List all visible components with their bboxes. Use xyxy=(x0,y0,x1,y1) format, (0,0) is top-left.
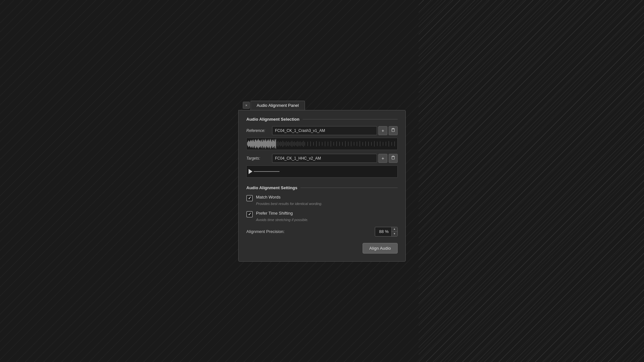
svg-rect-95 xyxy=(348,142,348,146)
svg-rect-91 xyxy=(336,141,337,146)
svg-rect-7 xyxy=(248,141,248,146)
svg-rect-43 xyxy=(269,139,269,148)
svg-rect-54 xyxy=(275,140,275,148)
targets-add-button[interactable]: + xyxy=(378,154,387,163)
svg-rect-21 xyxy=(256,140,256,147)
prefer-time-shifting-desc: Avoids time stretching if possible. xyxy=(256,218,308,222)
svg-rect-47 xyxy=(271,140,271,147)
plus-icon: + xyxy=(382,156,384,161)
svg-rect-14 xyxy=(252,141,252,146)
svg-rect-90 xyxy=(334,142,334,145)
svg-rect-69 xyxy=(292,141,292,147)
target-waveform xyxy=(246,165,398,178)
svg-rect-35 xyxy=(264,141,264,146)
svg-rect-88 xyxy=(328,142,328,146)
svg-rect-81 xyxy=(308,142,308,146)
svg-rect-61 xyxy=(283,141,283,147)
svg-rect-73 xyxy=(297,142,297,146)
match-words-checkbox[interactable] xyxy=(246,195,253,201)
targets-row: Targets: + xyxy=(246,154,398,163)
reference-row: Reference: + xyxy=(246,126,398,135)
trash-icon xyxy=(391,128,395,133)
svg-rect-83 xyxy=(313,142,314,145)
reference-input[interactable] xyxy=(272,126,377,135)
svg-rect-34 xyxy=(263,140,264,147)
svg-rect-102 xyxy=(368,142,369,146)
svg-rect-99 xyxy=(360,141,360,146)
svg-rect-31 xyxy=(262,140,262,147)
targets-input[interactable] xyxy=(272,154,377,163)
svg-rect-104 xyxy=(374,141,374,146)
svg-rect-24 xyxy=(258,140,258,147)
svg-rect-96 xyxy=(351,141,351,146)
svg-rect-0 xyxy=(392,129,394,132)
svg-rect-11 xyxy=(250,141,251,147)
target-waveform-line xyxy=(254,171,279,172)
svg-rect-8 xyxy=(248,140,249,147)
svg-rect-17 xyxy=(254,141,254,147)
svg-rect-65 xyxy=(287,142,288,145)
svg-rect-60 xyxy=(281,142,282,145)
trash-icon xyxy=(391,155,395,161)
selection-section-heading: Audio Alignment Selection xyxy=(246,117,398,122)
svg-rect-94 xyxy=(345,141,346,146)
svg-rect-63 xyxy=(285,142,285,145)
svg-rect-38 xyxy=(266,140,266,147)
svg-rect-6 xyxy=(247,142,248,145)
svg-rect-77 xyxy=(301,142,301,145)
svg-rect-107 xyxy=(383,142,383,145)
align-audio-button[interactable]: Align Audio xyxy=(363,243,398,254)
svg-rect-57 xyxy=(278,141,278,146)
svg-rect-44 xyxy=(269,141,270,146)
svg-rect-13 xyxy=(251,140,251,147)
settings-heading-text: Audio Alignment Settings xyxy=(246,185,297,190)
svg-rect-87 xyxy=(325,141,325,146)
plus-icon: + xyxy=(382,128,384,133)
svg-rect-22 xyxy=(257,141,257,146)
svg-rect-110 xyxy=(392,142,392,145)
prefer-time-shifting-row: Prefer Time Shifting Avoids time stretch… xyxy=(246,211,398,222)
svg-rect-56 xyxy=(277,142,277,146)
svg-rect-39 xyxy=(266,141,267,146)
svg-rect-109 xyxy=(389,141,389,146)
svg-rect-9 xyxy=(249,141,249,146)
svg-rect-103 xyxy=(371,142,372,145)
svg-rect-33 xyxy=(263,139,263,148)
targets-label: Targets: xyxy=(246,156,272,161)
stepper-up-button[interactable]: ▲ xyxy=(392,227,397,232)
svg-rect-30 xyxy=(261,139,261,148)
dialog-body: Audio Alignment Selection Reference: + xyxy=(238,110,406,262)
svg-rect-89 xyxy=(331,141,331,146)
svg-rect-45 xyxy=(270,140,270,148)
svg-rect-66 xyxy=(289,141,289,146)
svg-rect-74 xyxy=(298,141,298,146)
tab-audio-alignment-panel[interactable]: Audio Alignment Panel xyxy=(251,101,305,110)
svg-rect-58 xyxy=(279,142,279,145)
prefer-time-shifting-label: Prefer Time Shifting xyxy=(256,211,308,216)
svg-rect-108 xyxy=(386,142,386,146)
section-spacer xyxy=(246,181,398,185)
settings-heading-line xyxy=(300,188,398,188)
reference-delete-button[interactable] xyxy=(389,126,398,135)
reference-add-button[interactable]: + xyxy=(378,126,387,135)
match-words-text: Match Words Provides best results for id… xyxy=(256,195,322,206)
stepper-down-button[interactable]: ▼ xyxy=(392,231,397,237)
svg-rect-82 xyxy=(310,141,311,146)
close-button[interactable]: × xyxy=(243,102,250,109)
svg-rect-10 xyxy=(250,142,250,146)
alignment-precision-input[interactable]: 88 % ▲ ▼ xyxy=(375,227,398,237)
alignment-precision-row: Alignment Precision: 88 % ▲ ▼ xyxy=(246,227,398,237)
svg-rect-64 xyxy=(286,141,286,146)
svg-rect-23 xyxy=(257,139,257,148)
svg-rect-26 xyxy=(259,140,259,148)
svg-rect-28 xyxy=(260,140,260,147)
selection-heading-text: Audio Alignment Selection xyxy=(246,117,299,122)
settings-section-heading: Audio Alignment Settings xyxy=(246,185,398,190)
targets-delete-button[interactable] xyxy=(389,154,398,163)
svg-rect-92 xyxy=(339,142,340,146)
svg-rect-72 xyxy=(295,142,296,145)
svg-rect-27 xyxy=(260,141,260,147)
svg-rect-25 xyxy=(258,139,259,148)
svg-rect-15 xyxy=(252,140,253,147)
prefer-time-shifting-checkbox[interactable] xyxy=(246,211,253,218)
